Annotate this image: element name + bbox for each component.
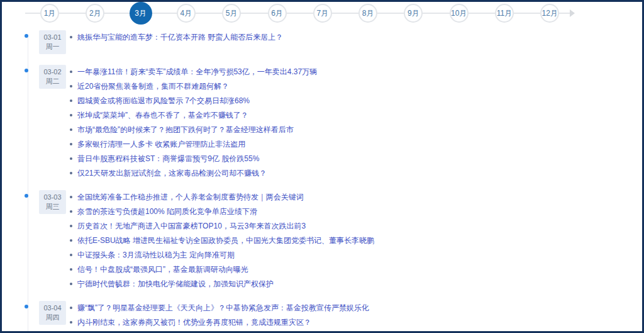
news-headline-link[interactable]: 依托E-SBU战略 增进民生福祉专访全国政协委员，中国光大集团党委书记、董事长李… bbox=[77, 234, 374, 247]
news-headline-link[interactable]: 历史首次！无地产商进入中国富豪榜TOP10，马云3年来首次跌出前3 bbox=[77, 219, 306, 233]
news-headline-link[interactable]: 姚振华与宝能的造车梦：千亿资本开路 野蛮人能否后来居上？ bbox=[77, 30, 283, 44]
date-label: 03-04 bbox=[39, 303, 66, 313]
list-item: 一年暴涨11倍！蔚来“卖车”成绩单：全年净亏损53亿，一年卖出4.37万辆 bbox=[70, 65, 642, 79]
month-tab-12[interactable]: 12月 bbox=[540, 4, 559, 23]
bullet-dot-icon bbox=[70, 307, 72, 309]
daily-news-list: 03-01周一姚振华与宝能的造车梦：千亿资本开路 野蛮人能否后来居上？03-02… bbox=[2, 26, 642, 333]
news-headline-link[interactable]: 内斗刚结束，这家券商又被罚！优势业务再度犯错，竟成违规重灾区？ bbox=[77, 315, 311, 329]
weekday-label: 周二 bbox=[39, 77, 66, 86]
news-headline-link[interactable]: 中证报头条：3月流动性以稳为主 定向降准可期 bbox=[77, 248, 235, 262]
weekday-label: 周三 bbox=[39, 202, 66, 212]
list-item: 姚振华与宝能的造车梦：千亿资本开路 野蛮人能否后来居上？ bbox=[70, 30, 642, 45]
news-headline-link[interactable]: 赚“飘”了？明星基金经理要上《天天向上》？中基协紧急发声：基金投教宣传严禁娱乐化 bbox=[77, 301, 369, 315]
list-item: 中证报头条：3月流动性以稳为主 定向降准可期 bbox=[70, 248, 642, 262]
news-headline-link[interactable]: 市场“最危险”的时候来了？抱团下跌何时了？基金经理这样看后市 bbox=[77, 123, 294, 137]
timeline-dot-icon bbox=[25, 305, 28, 308]
timeline-dot-icon bbox=[25, 34, 28, 38]
news-headline-link[interactable]: 仅21天研发出新冠试剂盒，这家毒品检测公司却不赚钱？ bbox=[77, 166, 267, 180]
news-headline-link[interactable]: 园城黄金或将面临退市风险警示 7个交易日却涨68% bbox=[77, 94, 250, 108]
bullet-dot-icon bbox=[70, 128, 72, 131]
month-timeline: 1月2月3月4月5月6月7月8月9月10月11月12月 bbox=[2, 2, 642, 26]
news-headline-link[interactable]: 信号！中盘股成“最强风口”，基金最新调研动向曝光 bbox=[77, 262, 248, 276]
timeline-dot-icon bbox=[25, 194, 28, 198]
list-item: 宁德时代曾毓群：加快电化学储能建设，加强知识产权保护 bbox=[70, 277, 642, 291]
date-badge: 03-04周四 bbox=[39, 301, 66, 325]
news-timeline-window: 1月2月3月4月5月6月7月8月9月10月11月12月 03-01周一姚振华与宝… bbox=[0, 0, 644, 333]
bullet-dot-icon bbox=[70, 321, 72, 324]
bullet-dot-icon bbox=[70, 210, 72, 213]
bullet-dot-icon bbox=[70, 143, 72, 145]
bullet-dot-icon bbox=[70, 99, 72, 102]
month-tab-2[interactable]: 2月 bbox=[86, 4, 104, 23]
bullet-dot-icon bbox=[70, 114, 72, 116]
timeline-connector-line bbox=[25, 13, 571, 14]
day-group-03-04: 03-04周四赚“飘”了？明星基金经理要上《天天向上》？中基协紧急发声：基金投教… bbox=[2, 301, 642, 333]
bullet-dot-icon bbox=[70, 157, 72, 160]
list-item: 全国统筹准备工作稳步推进，个人养老金制度蓄势待发｜两会关键词 bbox=[70, 190, 642, 205]
news-headline-link[interactable]: 多家银行清理一人多卡 收紧账户管理防止非法盗用 bbox=[77, 137, 245, 151]
bullet-dot-icon bbox=[70, 71, 72, 73]
headline-list: 姚振华与宝能的造车梦：千亿资本开路 野蛮人能否后来居上？ bbox=[2, 30, 642, 45]
bullet-dot-icon bbox=[70, 196, 72, 198]
bullet-dot-icon bbox=[70, 239, 72, 242]
month-tab-11[interactable]: 11月 bbox=[495, 4, 514, 23]
list-item: 张坤成“菜菜坤”、春春也不香了，基金咋不赚钱了？ bbox=[70, 108, 642, 123]
news-headline-link[interactable]: 昔日牛股惠程科技被ST：商誉爆雷预亏9亿 股价跌55% bbox=[77, 152, 259, 166]
date-label: 03-03 bbox=[39, 193, 66, 202]
date-label: 03-01 bbox=[39, 33, 66, 42]
month-tab-8[interactable]: 8月 bbox=[358, 4, 377, 23]
month-tab-1[interactable]: 1月 bbox=[40, 4, 59, 23]
date-badge: 03-03周三 bbox=[39, 190, 66, 214]
bullet-dot-icon bbox=[70, 225, 72, 227]
bullet-dot-icon bbox=[70, 283, 72, 285]
month-tab-5[interactable]: 5月 bbox=[222, 4, 241, 23]
list-item: 仅21天研发出新冠试剂盒，这家毒品检测公司却不赚钱？ bbox=[70, 166, 642, 181]
timeline-dot-icon bbox=[25, 69, 28, 72]
bullet-dot-icon bbox=[70, 172, 72, 174]
bullet-dot-icon bbox=[70, 254, 72, 256]
bullet-dot-icon bbox=[70, 85, 72, 87]
list-item: 信号！中盘股成“最强风口”，基金最新调研动向曝光 bbox=[70, 262, 642, 277]
month-tab-7[interactable]: 7月 bbox=[313, 4, 332, 23]
date-label: 03-02 bbox=[39, 67, 66, 77]
weekday-label: 周一 bbox=[39, 42, 66, 52]
list-item: 历史首次！无地产商进入中国富豪榜TOP10，马云3年来首次跌出前3 bbox=[70, 219, 642, 234]
list-item: 园城黄金或将面临退市风险警示 7个交易日却涨68% bbox=[70, 94, 642, 108]
headline-list: 全国统筹准备工作稳步推进，个人养老金制度蓄势待发｜两会关键词奈雪的茶连亏负债超1… bbox=[2, 190, 642, 291]
bullet-dot-icon bbox=[70, 36, 72, 38]
list-item: 昔日牛股惠程科技被ST：商誉爆雷预亏9亿 股价跌55% bbox=[70, 152, 642, 166]
month-tab-10[interactable]: 10月 bbox=[450, 4, 469, 23]
day-group-03-01: 03-01周一姚振华与宝能的造车梦：千亿资本开路 野蛮人能否后来居上？ bbox=[2, 30, 642, 55]
list-item: 内斗刚结束，这家券商又被罚！优势业务再度犯错，竟成违规重灾区？ bbox=[70, 315, 642, 330]
month-tab-6[interactable]: 6月 bbox=[268, 4, 287, 23]
news-headline-link[interactable]: 近20省份聚焦装备制造，集而不群难题何解？ bbox=[77, 79, 229, 93]
timeline-arrow-icon bbox=[570, 9, 575, 17]
day-group-03-03: 03-03周三全国统筹准备工作稳步推进，个人养老金制度蓄势待发｜两会关键词奈雪的… bbox=[2, 190, 642, 291]
list-item: 市场“最危险”的时候来了？抱团下跌何时了？基金经理这样看后市 bbox=[70, 123, 642, 137]
headline-list: 一年暴涨11倍！蔚来“卖车”成绩单：全年净亏损53亿，一年卖出4.37万辆近20… bbox=[2, 65, 642, 181]
news-headline-link[interactable]: 宁德时代曾毓群：加快电化学储能建设，加强知识产权保护 bbox=[77, 277, 274, 291]
news-headline-link[interactable]: 奈雪的茶连亏负债超100% 陷同质化竞争单店业绩下滑 bbox=[77, 205, 257, 218]
news-headline-link[interactable]: 一年暴涨11倍！蔚来“卖车”成绩单：全年净亏损53亿，一年卖出4.37万辆 bbox=[77, 65, 317, 79]
day-group-03-02: 03-02周二一年暴涨11倍！蔚来“卖车”成绩单：全年净亏损53亿，一年卖出4.… bbox=[2, 65, 642, 181]
month-tab-9[interactable]: 9月 bbox=[404, 4, 423, 23]
month-tab-3[interactable]: 3月 bbox=[130, 2, 152, 25]
list-item: 多家银行清理一人多卡 收紧账户管理防止非法盗用 bbox=[70, 137, 642, 152]
list-item: 赚“飘”了？明星基金经理要上《天天向上》？中基协紧急发声：基金投教宣传严禁娱乐化 bbox=[70, 301, 642, 315]
date-badge: 03-02周二 bbox=[39, 65, 66, 89]
date-badge: 03-01周一 bbox=[39, 30, 66, 54]
news-headline-link[interactable]: 张坤成“菜菜坤”、春春也不香了，基金咋不赚钱了？ bbox=[77, 108, 248, 122]
news-headline-link[interactable]: 全国统筹准备工作稳步推进，个人养老金制度蓄势待发｜两会关键词 bbox=[77, 190, 304, 204]
list-item: 近20省份聚焦装备制造，集而不群难题何解？ bbox=[70, 79, 642, 94]
bullet-dot-icon bbox=[70, 268, 72, 271]
news-headline-link[interactable]: 今日财经热点事件盘点：基金、券商、消费与市场动向全览 bbox=[77, 330, 274, 333]
list-item: 依托E-SBU战略 增进民生福祉专访全国政协委员，中国光大集团党委书记、董事长李… bbox=[70, 234, 642, 248]
weekday-label: 周四 bbox=[39, 313, 66, 322]
headline-list: 赚“飘”了？明星基金经理要上《天天向上》？中基协紧急发声：基金投教宣传严禁娱乐化… bbox=[2, 301, 642, 333]
list-item: 今日财经热点事件盘点：基金、券商、消费与市场动向全览 bbox=[70, 330, 642, 333]
month-tab-4[interactable]: 4月 bbox=[177, 4, 196, 23]
list-item: 奈雪的茶连亏负债超100% 陷同质化竞争单店业绩下滑 bbox=[70, 205, 642, 219]
